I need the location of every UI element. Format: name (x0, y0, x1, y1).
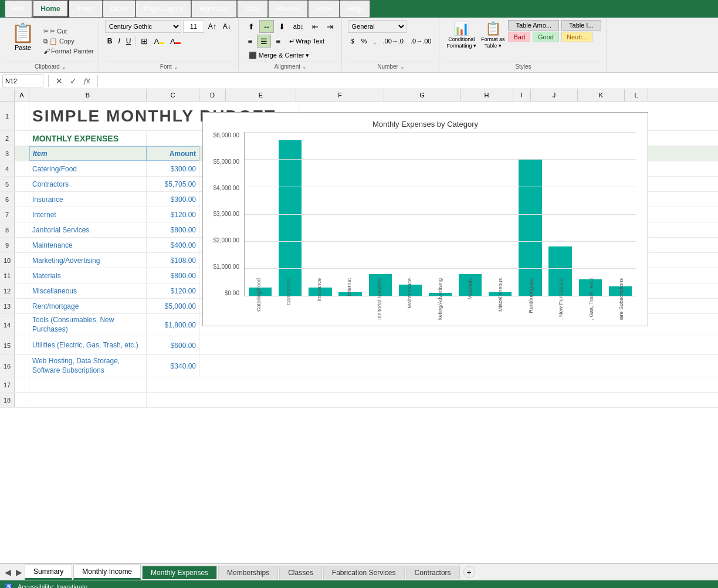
cell-amount-1[interactable]: $5,705.00 (147, 177, 199, 191)
insert-function-button[interactable]: 𝑓x (82, 76, 93, 86)
tab-page-layout[interactable]: Page Layout (136, 0, 191, 18)
align-left-button[interactable]: ≡ (245, 35, 256, 48)
grid-scroll-area[interactable]: 1 SIMPLE MONTHLY BUDGET 2 MONTHLY EXPENS… (0, 102, 718, 563)
formula-input[interactable] (103, 76, 716, 86)
cell-b2[interactable]: MONTHLY EXPENSES (29, 131, 147, 146)
cell-item-8[interactable]: Miscellaneous (29, 283, 147, 298)
tab-contractors[interactable]: Contractors (406, 566, 460, 579)
cell-item-7[interactable]: Materials (29, 268, 147, 283)
merge-center-button[interactable]: ⬛Merge & Center ▾ (245, 49, 314, 62)
align-center-button[interactable]: ☰ (257, 35, 271, 48)
border-button[interactable]: ⊞ (138, 35, 150, 48)
cell-item-9[interactable]: Rent/mortgage (29, 299, 147, 313)
font-size-input[interactable] (183, 20, 204, 33)
cell-a3[interactable] (15, 146, 29, 161)
cell-c3-amount[interactable]: Amount (147, 146, 199, 161)
tab-nav-right[interactable]: ▶ (13, 567, 25, 577)
format-painter-button[interactable]: 🖌Format Painter (42, 47, 95, 55)
cell-amount-2[interactable]: $300.00 (147, 192, 199, 207)
number-format-select[interactable]: General (348, 20, 407, 33)
bad-style-cell[interactable]: Bad (508, 32, 530, 42)
merge-icon: ⬛ (249, 52, 257, 59)
tab-formulas[interactable]: Formulas (191, 0, 237, 18)
x-label-1: Contractors (275, 276, 304, 320)
tab-view[interactable]: View (308, 0, 340, 18)
table-style-box2: Table I... (561, 20, 601, 31)
cell-item-2[interactable]: Insurance (29, 192, 147, 207)
cell-item-10[interactable]: Tools (Consumables, New Purchases) (29, 314, 147, 336)
cell-amount-4[interactable]: $800.00 (147, 222, 199, 237)
increase-font-button[interactable]: A↑ (206, 20, 219, 33)
tab-fabrication-services[interactable]: Fabrication Services (323, 566, 405, 579)
tab-review[interactable]: Review (268, 0, 307, 18)
tab-help[interactable]: Help (340, 0, 371, 18)
cell-amount-8[interactable]: $120.00 (147, 283, 199, 298)
cell-amount-12[interactable]: $340.00 (147, 355, 199, 377)
text-orient-button[interactable]: ab↕ (290, 20, 307, 33)
percent-button[interactable]: % (358, 35, 370, 48)
cell-item-0[interactable]: Catering/Food (29, 161, 147, 176)
tab-monthly-income[interactable]: Monthly Income (73, 565, 141, 580)
tab-summary[interactable]: Summary (25, 565, 72, 580)
add-sheet-button[interactable]: + (463, 566, 475, 578)
paste-button[interactable]: 📋 Paste (6, 20, 40, 62)
tab-insert[interactable]: Insert (69, 0, 103, 18)
comma-button[interactable]: , (371, 35, 378, 48)
tab-draw[interactable]: Draw (103, 0, 136, 18)
dec-increase-button[interactable]: .00→.0 (380, 35, 407, 48)
conditional-formatting-button[interactable]: 📊 ConditionalFormatting ▾ (445, 20, 477, 50)
indent-inc-button[interactable]: ⇥ (323, 20, 337, 33)
cell-amount-7[interactable]: $800.00 (147, 268, 199, 283)
tab-classes[interactable]: Classes (279, 566, 322, 579)
tab-file[interactable]: File (5, 0, 32, 18)
cell-amount-11[interactable]: $600.00 (147, 336, 199, 354)
currency-button[interactable]: $ (348, 35, 357, 48)
cell-amount-10[interactable]: $1,800.00 (147, 314, 199, 336)
neutral-style-cell[interactable]: Neutr... (561, 32, 592, 42)
format-as-table-button[interactable]: 📋 Format asTable ▾ (480, 20, 506, 50)
align-middle-button[interactable]: ↔ (259, 20, 274, 33)
good-style-cell[interactable]: Good (533, 32, 559, 42)
fill-color-button[interactable]: A▬ (151, 35, 167, 48)
bar-1 (279, 140, 302, 296)
cell-b3-item[interactable]: Item (29, 146, 147, 161)
row-num-5: 5 (0, 177, 15, 191)
align-top-button[interactable]: ⬆ (245, 20, 258, 33)
cell-a2[interactable] (15, 131, 29, 146)
cell-amount-9[interactable]: $5,000.00 (147, 299, 199, 313)
cell-reference-box[interactable] (2, 75, 43, 87)
cell-amount-3[interactable]: $120.00 (147, 207, 199, 222)
align-bottom-button[interactable]: ⬇ (275, 20, 289, 33)
font-family-select[interactable]: Century Gothic (105, 20, 181, 33)
tab-memberships[interactable]: Memberships (218, 566, 278, 579)
cell-item-12[interactable]: Web Hosting, Data Storage, Software Subs… (29, 355, 147, 377)
cell-amount-6[interactable]: $108.00 (147, 253, 199, 268)
cell-amount-0[interactable]: $300.00 (147, 161, 199, 176)
tab-monthly-expenses[interactable]: Monthly Expenses (142, 566, 217, 579)
cell-item-11[interactable]: Utilities (Electric, Gas, Trash, etc.) (29, 336, 147, 354)
underline-button[interactable]: U (124, 35, 134, 48)
cell-item-5[interactable]: Maintenance (29, 238, 147, 252)
bold-button[interactable]: B (105, 35, 115, 48)
cell-item-1[interactable]: Contractors (29, 177, 147, 191)
cancel-formula-button[interactable]: ✕ (53, 76, 65, 86)
italic-button[interactable]: I (116, 35, 122, 48)
cell-amount-5[interactable]: $400.00 (147, 238, 199, 252)
indent-dec-button[interactable]: ⇤ (309, 20, 322, 33)
cut-button[interactable]: ✂✂ Cut (42, 27, 95, 36)
wrap-text-button[interactable]: ↵Wrap Text (285, 35, 328, 48)
cell-item-4[interactable]: Janitorial Services (29, 222, 147, 237)
cell-item-3[interactable]: Internet (29, 207, 147, 222)
font-color-button[interactable]: A▬ (168, 35, 183, 48)
decrease-font-button[interactable]: A↓ (221, 20, 233, 33)
cell-item-6[interactable]: Marketing/Advertising (29, 253, 147, 268)
cell-a1[interactable] (15, 102, 29, 130)
tab-data[interactable]: Data (237, 0, 268, 18)
dec-decrease-button[interactable]: .0→.00 (408, 35, 434, 48)
styles-group: 📊 ConditionalFormatting ▾ 📋 Format asTab… (441, 19, 606, 71)
tab-home[interactable]: Home (32, 0, 68, 18)
copy-button[interactable]: ⧉📋 Copy (42, 37, 95, 46)
tab-nav-left[interactable]: ◀ (2, 567, 13, 577)
align-right-button[interactable]: ≡ (272, 35, 284, 48)
confirm-formula-button[interactable]: ✓ (67, 76, 79, 86)
